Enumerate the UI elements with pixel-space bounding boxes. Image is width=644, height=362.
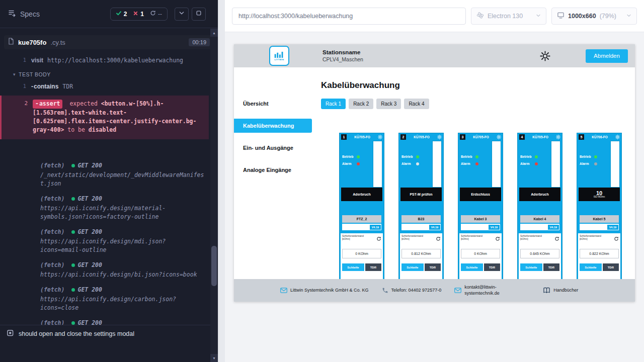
logout-button[interactable]: Abmelden	[586, 49, 628, 63]
tab-rack-4[interactable]: Rack 4	[404, 99, 429, 109]
fetch-log-entry[interactable]: (fetch)GET 200 https://api.iconify.desig…	[0, 319, 209, 325]
device-card-4: 4KÜ705-FO BetriebAlarm Aderbruch Kabel 4…	[517, 133, 562, 284]
scroll-down-arrow[interactable]: ▾	[210, 354, 218, 362]
email-icon	[280, 288, 287, 293]
tdr-button[interactable]: TDR	[365, 263, 381, 271]
device-card-1: 1KÜ705-FO BetriebAlarm Aderbruch FTZ_2 V…	[339, 133, 384, 284]
device-gear-icon[interactable]	[556, 135, 560, 139]
refresh-icon[interactable]	[376, 236, 381, 241]
nav-uebersicht[interactable]: Übersicht	[234, 93, 312, 115]
network-log: (fetch)GET 200 /_next/static/development…	[0, 161, 209, 325]
tab-rack-2[interactable]: Rack 2	[349, 99, 373, 109]
app-sidebar: Übersicht Kabelüberwachung Ein- und Ausg…	[234, 67, 312, 302]
loop-panel: Schleifenwiderstand [kOhm] 0 KOhm Schlei…	[341, 233, 383, 283]
assert-badge: assert	[33, 100, 62, 109]
version-row: V4.19	[580, 224, 619, 230]
app-main: Kabelüberwachung Rack 1 Rack 2 Rack 3 Ra…	[312, 67, 635, 302]
fetch-log-entry[interactable]: (fetch)GET 200 /_next/static/development…	[0, 161, 209, 188]
device-number: 4	[519, 134, 525, 140]
scrollbar[interactable]: ▴ ▾	[210, 29, 218, 362]
schleife-button[interactable]: Schleife	[401, 263, 424, 271]
status-display: PST-M prüfen	[400, 188, 442, 201]
collapse-all-button[interactable]	[175, 8, 189, 21]
command-visit[interactable]: 1 visit http://localhost:3000/kabelueber…	[0, 55, 209, 65]
nav-analoge-eingaenge[interactable]: Analoge Eingänge	[234, 159, 312, 181]
tdr-button[interactable]: TDR	[425, 263, 441, 271]
email-icon	[454, 288, 461, 293]
spec-timer: 00:19	[189, 38, 210, 46]
betrieb-led	[594, 155, 597, 158]
fetch-log-entry[interactable]: (fetch)GET 200 https://api.iconify.desig…	[0, 228, 209, 254]
meter-column	[373, 141, 382, 188]
url-input[interactable]	[232, 8, 466, 25]
settings-gear-icon[interactable]	[540, 51, 550, 61]
aut-toolbar: Electron 130 1000x660 (79%)	[225, 0, 644, 32]
refresh-icon[interactable]	[495, 236, 500, 241]
stop-run-button[interactable]	[192, 8, 206, 21]
firmware-version: V4.19	[429, 225, 440, 230]
meter-column	[432, 141, 442, 188]
stop-icon	[196, 10, 202, 18]
fetch-url: https://api.iconify.design/material-symb…	[40, 204, 205, 221]
alarm-led	[357, 162, 360, 165]
command-assert-failed[interactable]: 2 assert expected <button.w-[50%].h-[1.5…	[0, 96, 209, 139]
meter-column	[551, 141, 560, 188]
scrollbar-thumb[interactable]	[211, 246, 217, 286]
refresh-icon[interactable]	[614, 236, 619, 241]
fetch-log-entry[interactable]: (fetch)GET 200 https://api.iconify.desig…	[0, 286, 209, 312]
tdr-button[interactable]: TDR	[603, 263, 619, 271]
device-number: 5	[579, 134, 584, 140]
device-gear-icon[interactable]	[497, 135, 501, 139]
tdr-button[interactable]: TDR	[484, 263, 500, 271]
cable-name: B23	[401, 215, 441, 223]
schleife-button[interactable]: Schleife	[580, 263, 602, 271]
loop-resistance-value: 0 KOhm	[342, 249, 381, 258]
schleife-button[interactable]: Schleife	[520, 263, 542, 271]
meter-column	[492, 141, 501, 188]
runner-header: Specs 2 1 --	[0, 0, 218, 28]
panel-resizer[interactable]	[218, 0, 225, 362]
refresh-icon[interactable]	[436, 236, 441, 241]
firmware-version: V4.19	[548, 225, 559, 230]
chevron-down-icon: ▾	[13, 72, 16, 77]
nav-ein-und-ausgaenge[interactable]: Ein- und Ausgänge	[234, 137, 312, 159]
check-icon	[116, 10, 122, 18]
scroll-up-arrow[interactable]: ▴	[210, 29, 218, 37]
footer-handbuecher[interactable]: Handbücher	[543, 287, 578, 294]
fetch-url: https://api.iconify.design/mdi.json?icon…	[40, 237, 205, 254]
schleife-button[interactable]: Schleife	[342, 263, 364, 271]
test-body-section[interactable]: ▾ TEST BODY	[13, 71, 209, 77]
fetch-url: https://api.iconify.design/bi.json?icons…	[40, 270, 205, 279]
fetch-log-entry[interactable]: (fetch)GET 200 https://api.iconify.desig…	[0, 195, 209, 221]
device-gear-icon[interactable]	[437, 135, 442, 139]
tab-rack-3[interactable]: Rack 3	[376, 99, 401, 109]
command-contains[interactable]: 1 contains TDR	[0, 81, 209, 92]
nav-kabelueberwachung[interactable]: Kabelüberwachung	[234, 119, 312, 133]
device-gear-icon[interactable]	[615, 135, 620, 139]
chevron-down-icon	[179, 10, 185, 18]
device-model: KÜ705-FO	[526, 135, 555, 139]
runner-controls	[175, 8, 206, 21]
specs-list-icon	[8, 9, 16, 19]
fetch-url: https://api.iconify.design/carbon.json?i…	[40, 295, 205, 312]
viewport-selector[interactable]: 1000x660 (79%)	[551, 8, 637, 25]
browser-selector[interactable]: Electron 130	[471, 8, 546, 25]
device-model: KÜ705-FO	[407, 135, 436, 139]
tdr-button[interactable]: TDR	[543, 263, 559, 271]
pending-test-row[interactable]: should open and close the settings modal	[0, 325, 218, 342]
logo-text: LITTWIN	[274, 58, 284, 61]
schleife-button[interactable]: Schleife	[461, 263, 483, 271]
fetch-log-entry[interactable]: (fetch)GET 200 https://api.iconify.desig…	[0, 261, 209, 279]
device-model: KÜ705-FO	[348, 135, 377, 139]
spec-file-row[interactable]: kue705fo .cy.ts 00:19	[4, 35, 214, 49]
stat-passed: 2	[116, 10, 127, 18]
device-cards: 1KÜ705-FO BetriebAlarm Aderbruch FTZ_2 V…	[339, 133, 635, 284]
device-card-5: 5KÜ706-FO BetriebAlarm 10ISO MOhm Kabel …	[577, 133, 622, 284]
logo-bars-icon	[273, 51, 285, 58]
device-gear-icon[interactable]	[378, 135, 382, 139]
refresh-icon[interactable]	[554, 236, 559, 241]
loop-panel: Schleifenwiderstand [kOhm] 0 KOhm Schlei…	[459, 233, 502, 283]
tab-rack-1[interactable]: Rack 1	[321, 99, 346, 109]
assert-message: assert expected <button.w-[50%].h-[1.563…	[33, 100, 203, 134]
specs-menu[interactable]: Specs	[8, 9, 40, 19]
